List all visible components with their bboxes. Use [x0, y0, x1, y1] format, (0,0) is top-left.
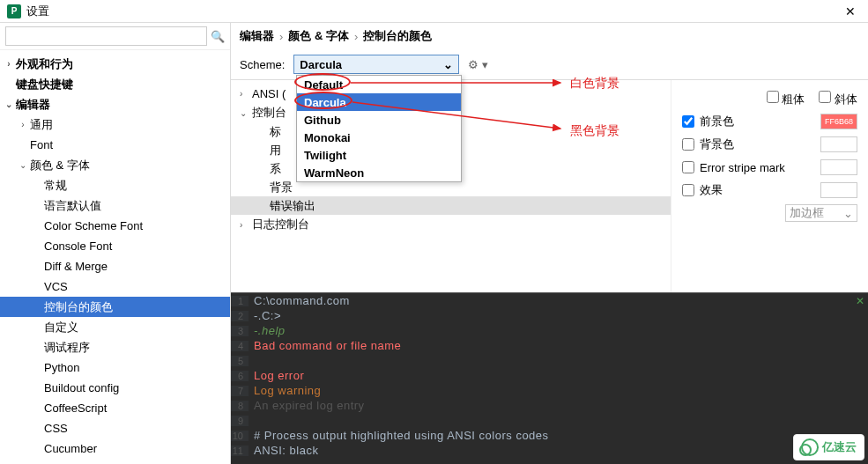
tree-item[interactable]: 调试程序 — [0, 337, 230, 357]
close-icon[interactable]: ✕ — [840, 3, 861, 20]
tree-item-label: Buildout config — [44, 381, 119, 394]
tree-item-label: Diff & Merge — [44, 260, 108, 273]
settings-tree: ›外观和行为键盘快捷键⌄编辑器›通用Font⌄颜色 & 字体常规语言默认值Col… — [0, 50, 230, 462]
background-swatch[interactable] — [820, 136, 857, 152]
scheme-option[interactable]: Twilight — [297, 146, 461, 164]
tree-item[interactable]: 语言默认值 — [0, 195, 230, 216]
line-number: 3 — [231, 326, 249, 336]
stripe-label: Error stripe mark — [700, 161, 785, 174]
console-text: -.help — [249, 324, 286, 337]
gear-icon[interactable]: ⚙ ▾ — [468, 58, 488, 71]
tree-item[interactable]: 键盘快捷键 — [0, 74, 230, 94]
console-line: 1C:\command.com — [231, 293, 868, 308]
scheme-select[interactable]: Darcula ⌄ — [293, 55, 459, 74]
italic-checkbox[interactable]: 斜体 — [819, 91, 857, 107]
category-arrow-icon: ⌄ — [240, 108, 252, 118]
effect-swatch[interactable] — [820, 182, 857, 198]
line-number: 2 — [231, 311, 249, 321]
tree-item[interactable]: Console Font — [0, 236, 230, 256]
console-preview: ✕ 1C:\command.com2-.C:>3-.help4Bad comma… — [231, 292, 868, 464]
scheme-option[interactable]: Default — [297, 76, 461, 93]
tree-item[interactable]: Diff & Merge — [0, 256, 230, 276]
tree-item-label: 通用 — [30, 117, 53, 133]
console-line: 5 — [231, 353, 868, 368]
window-title: 设置 — [26, 4, 840, 19]
scheme-dropdown[interactable]: DefaultDarculaGithubMonokaiTwilightWarmN… — [296, 75, 462, 182]
tree-item-label: 语言默认值 — [44, 198, 101, 214]
scheme-option[interactable]: WarmNeon — [297, 164, 461, 181]
tree-item[interactable]: ⌄编辑器 — [0, 94, 230, 114]
tree-arrow-icon: ⌄ — [4, 99, 14, 109]
tree-arrow-icon: ⌄ — [18, 160, 28, 170]
breadcrumb-part[interactable]: 编辑器 — [240, 28, 274, 44]
tree-arrow-icon: › — [18, 120, 28, 129]
tree-item-label: CSS — [44, 422, 68, 435]
border-style-select[interactable]: 加边框⌄ — [785, 204, 857, 222]
foreground-checkbox[interactable] — [682, 115, 694, 128]
tree-item-label: Console Font — [44, 239, 112, 253]
console-text: # Process output highlighted using ANSI … — [249, 429, 549, 442]
watermark-logo-icon — [801, 438, 819, 456]
foreground-swatch[interactable]: FF6B68 — [820, 114, 857, 129]
tree-item-label: Font — [30, 138, 53, 151]
line-number: 6 — [231, 371, 249, 381]
line-number: 1 — [231, 296, 249, 306]
tree-item[interactable]: Buildout config — [0, 378, 230, 398]
tree-item[interactable]: ⌄颜色 & 字体 — [0, 155, 230, 175]
tree-arrow-icon: › — [4, 59, 14, 69]
stripe-checkbox[interactable] — [682, 161, 694, 173]
console-text: Log warning — [249, 384, 321, 397]
search-icon[interactable]: 🔍 — [211, 30, 225, 43]
line-number: 4 — [231, 341, 249, 351]
scheme-option[interactable]: Darcula — [297, 93, 461, 111]
tree-item[interactable]: 控制台的颜色 — [0, 297, 230, 317]
tree-item[interactable]: Color Scheme Font — [0, 216, 230, 236]
line-number: 9 — [231, 416, 249, 426]
console-text: An expired log entry — [249, 399, 365, 412]
tree-item[interactable]: 常规 — [0, 175, 230, 195]
console-line: 7Log warning — [231, 383, 868, 398]
background-checkbox[interactable] — [682, 138, 694, 151]
tree-item[interactable]: ›外观和行为 — [0, 54, 230, 74]
stripe-swatch[interactable] — [820, 159, 857, 175]
scheme-option[interactable]: Monokai — [297, 129, 461, 146]
tree-item[interactable]: CSS — [0, 418, 230, 438]
category-item[interactable]: ›日志控制台 — [231, 215, 671, 234]
chevron-down-icon: ⌄ — [843, 207, 853, 220]
tree-item[interactable]: Python — [0, 357, 230, 378]
console-line: 2-.C:> — [231, 308, 868, 323]
breadcrumb-part[interactable]: 颜色 & 字体 — [288, 28, 349, 44]
scheme-option[interactable]: Github — [297, 111, 461, 129]
category-arrow-icon: › — [240, 89, 252, 99]
tree-item[interactable]: VCS — [0, 276, 230, 297]
chevron-down-icon: ⌄ — [443, 58, 453, 71]
tree-item-label: 控制台的颜色 — [44, 299, 113, 315]
category-label: ANSI ( — [252, 87, 286, 100]
properties-panel: 粗体 斜体 前景色 FF6B68 背景色 Error stripe mark — [671, 80, 868, 292]
console-line: 10# Process output highlighted using ANS… — [231, 428, 868, 443]
console-text: Log error — [249, 369, 304, 382]
search-input[interactable] — [5, 26, 207, 46]
breadcrumb: 编辑器 › 颜色 & 字体 › 控制台的颜色 — [231, 23, 868, 49]
tree-item-label: CoffeeScript — [44, 401, 107, 415]
line-number: 10 — [231, 431, 249, 441]
category-sub-item[interactable]: 错误输出 — [231, 196, 671, 215]
scheme-value: Darcula — [300, 58, 342, 71]
console-text: -.C:> — [249, 309, 281, 322]
tree-item[interactable]: ›通用 — [0, 114, 230, 135]
bold-checkbox[interactable]: 粗体 — [767, 91, 805, 107]
tree-item[interactable]: CoffeeScript — [0, 398, 230, 418]
console-line: 6Log error — [231, 368, 868, 383]
foreground-label: 前景色 — [700, 114, 734, 129]
tree-item-label: 常规 — [44, 178, 67, 194]
tree-item[interactable]: 自定义 — [0, 317, 230, 337]
tree-item[interactable]: Font — [0, 135, 230, 155]
tree-item-label: VCS — [44, 280, 68, 293]
tree-item-label: Color Scheme Font — [44, 219, 143, 232]
close-preview-icon[interactable]: ✕ — [856, 295, 864, 307]
effect-label: 效果 — [700, 182, 723, 198]
tree-item[interactable]: Cucumber — [0, 438, 230, 459]
breadcrumb-sep: › — [279, 30, 283, 43]
effect-checkbox[interactable] — [682, 184, 694, 196]
titlebar: P 设置 ✕ — [0, 0, 868, 23]
